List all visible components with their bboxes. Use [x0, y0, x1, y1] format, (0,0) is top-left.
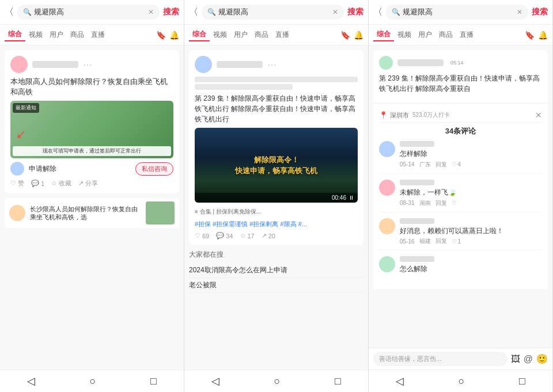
bookmark-icon-3: 🔖 — [525, 31, 535, 40]
content-3: 05:14 第 239 集！解除限高令重获自由！快速申请，畅享高铁飞机出行 解除… — [369, 45, 552, 348]
private-msg-button-1[interactable]: 私信咨询 — [135, 162, 173, 176]
share-button-1-1[interactable]: ↗ 分享 — [78, 179, 98, 188]
tab-video-1[interactable]: 视频 — [25, 29, 46, 41]
tab-user-1[interactable]: 用户 — [46, 29, 67, 41]
comment-like-3-2[interactable]: ♡ — [452, 200, 457, 206]
tab-live-3[interactable]: 直播 — [456, 29, 477, 41]
tab-goods-2[interactable]: 商品 — [251, 29, 272, 41]
tab-user-2[interactable]: 用户 — [230, 29, 251, 41]
card-footer-1-1: ♡ 赞 💬 1 ☆ 收藏 ↗ 分享 — [10, 179, 173, 188]
avatar-1-1 — [10, 56, 28, 73]
sub-card-1[interactable]: 长沙限高人员如何解除限行？恢复自由乘坐飞机和高铁，选 — [5, 198, 179, 228]
collect-button-1-1[interactable]: ☆ 收藏 — [51, 179, 71, 188]
tab-goods-3[interactable]: 商品 — [435, 29, 456, 41]
search-submit-3[interactable]: 搜索 — [532, 7, 548, 17]
location-icon-3: 📍 — [379, 111, 388, 119]
nav-home-2[interactable]: ○ — [274, 375, 281, 387]
search-input-wrap-2[interactable]: 🔍 规避限高 ✕ — [202, 5, 344, 20]
nav-back-2[interactable]: ◁ — [211, 375, 219, 387]
like-button-1-1[interactable]: ♡ 赞 — [10, 179, 24, 188]
nav-square-3[interactable]: □ — [519, 375, 525, 387]
tab-user-3[interactable]: 用户 — [415, 29, 435, 41]
nav-home-3[interactable]: ○ — [459, 375, 465, 387]
comment-name-blur-3-2 — [400, 180, 434, 185]
comment-reply-3-3[interactable]: 回复 — [435, 237, 447, 245]
search-icon-2: 🔍 — [207, 8, 216, 16]
nav-back-1[interactable]: ◁ — [27, 375, 35, 387]
card-long-title-2-1: 第 239 集！解除限高令重获自由！快速申请，畅享高铁飞机出行 解除限高令重获自… — [195, 93, 358, 124]
like-button-2-1[interactable]: ♡ 69 — [195, 232, 209, 239]
comment-like-3-3[interactable]: ♡ 1 — [452, 238, 461, 245]
at-button-3[interactable]: @ — [524, 354, 533, 364]
tab-comprehensive-3[interactable]: 综合 — [373, 28, 394, 41]
search-bar-3: 〈 🔍 规避限高 ✕ 搜索 — [369, 0, 552, 25]
like-count-2-1: 69 — [202, 233, 209, 239]
more-button-2-1[interactable]: ⋯ — [267, 59, 276, 70]
like-icon-comment-3-2: ♡ — [452, 200, 457, 206]
clear-button-3[interactable]: ✕ — [517, 8, 522, 16]
card-header-1-1: ⋯ — [10, 56, 173, 73]
location-text-3: 深圳市 — [390, 111, 409, 120]
nav-back-3[interactable]: ◁ — [396, 375, 404, 387]
like-icon-1-1: ♡ — [10, 180, 16, 187]
tab-goods-1[interactable]: 商品 — [67, 29, 88, 41]
back-button-2[interactable]: 〈 — [189, 6, 198, 18]
search-input-wrap-1[interactable]: 🔍 规避限高 ✕ — [17, 5, 160, 20]
tab-icons-2: 🔖 🔔 — [340, 31, 363, 40]
collect-icon-1-1: ☆ — [51, 180, 57, 187]
search-submit-1[interactable]: 搜索 — [163, 7, 179, 17]
tab-comprehensive-1[interactable]: 综合 — [5, 28, 25, 41]
sub-card-text-1: 长沙限高人员如何解除限行？恢复自由乘坐飞机和高铁，选 — [30, 205, 141, 222]
comment-input-3[interactable]: 善语结善缘，恶言伤... — [373, 352, 507, 366]
like-label-1-1: 赞 — [18, 179, 24, 188]
nav-home-1[interactable]: ○ — [90, 375, 96, 387]
comment-button-1-1[interactable]: 💬 1 — [31, 180, 44, 187]
comment-reply-3-2[interactable]: 回复 — [435, 199, 447, 207]
video-thumbnail-2-1[interactable]: 解除限高令！ 快速申请，畅享高铁飞机 00:46 ⏸ — [195, 128, 358, 203]
notification-icon-3: 🔔 — [538, 31, 548, 40]
more-button-1-1[interactable]: ⋯ — [83, 59, 92, 70]
back-button-3[interactable]: 〈 — [373, 6, 382, 18]
comment-count-1-1: 1 — [41, 180, 44, 187]
comment-item-3-2: 未解除，一样飞🍃 08-31 湖南 回复 ♡ — [379, 180, 542, 212]
tab-bar-2: 综合 视频 用户 商品 直播 🔖 🔔 — [184, 25, 368, 45]
tab-video-3[interactable]: 视频 — [394, 29, 415, 41]
search-input-wrap-3[interactable]: 🔍 规避限高 ✕ — [386, 5, 528, 20]
bookmark-icon-2: 🔖 — [340, 31, 350, 40]
comment-text-3-2: 未解除，一样飞🍃 — [400, 188, 542, 197]
emoji-button-3[interactable]: 🙂 — [536, 353, 548, 364]
back-button-1[interactable]: 〈 — [5, 6, 14, 18]
nav-square-1[interactable]: □ — [150, 375, 157, 387]
clear-button-2[interactable]: ✕ — [332, 8, 338, 16]
content-1: ⋯ 本地限高人员如何解除限行？恢复自由乘坐飞机和高铁 最新通知 ↙ 现在可填写申… — [0, 45, 184, 370]
close-button-3[interactable]: ✕ — [535, 111, 542, 120]
tab-comprehensive-2[interactable]: 综合 — [189, 28, 210, 41]
card-1-1: ⋯ 本地限高人员如何解除限行？恢复自由乘坐飞机和高铁 最新通知 ↙ 现在可填写申… — [5, 50, 179, 193]
like-icon-comment-3-3: ♡ — [452, 238, 457, 245]
comment-button-2-1[interactable]: 💬 34 — [216, 232, 233, 239]
share-button-2-1[interactable]: ↗ 20 — [262, 232, 275, 239]
collect-button-2-1[interactable]: ☆ 17 — [240, 232, 255, 239]
clear-button-1[interactable]: ✕ — [148, 8, 154, 16]
comments-panel-3: 📍 深圳市 523.0万人打卡 ✕ 34条评论 怎样解除 05-14 广东 回复 — [373, 103, 548, 289]
nav-square-2[interactable]: □ — [335, 375, 341, 387]
sub-card-thumb-1 — [146, 201, 175, 224]
tab-live-1[interactable]: 直播 — [88, 29, 108, 41]
tab-video-2[interactable]: 视频 — [210, 29, 230, 41]
popular-item-2-1[interactable]: 2024取消限高令怎么在网上申请 — [189, 263, 363, 278]
pause-icon-2-1[interactable]: ⏸ — [349, 195, 354, 201]
search-submit-2[interactable]: 搜索 — [347, 7, 363, 17]
card-image-inner-1-1: 最新通知 ↙ 现在可填写申请表，通过签后即可正常出行 — [10, 101, 173, 158]
share-count-2-1: 20 — [268, 233, 275, 239]
popular-item-2-2[interactable]: 老公被限 — [189, 278, 363, 293]
card-3-header: 05:14 第 239 集！解除限高令重获自由！快速申请，畅享高铁飞机出行 解除… — [373, 50, 548, 103]
bottom-nav-3: ◁ ○ □ — [369, 370, 552, 392]
image-button-3[interactable]: 🖼 — [511, 354, 520, 364]
comment-like-3-1[interactable]: ♡ 4 — [452, 161, 461, 168]
comment-icon-2-1: 💬 — [216, 232, 224, 239]
avatar-sub-card-1 — [9, 205, 25, 221]
tab-live-2[interactable]: 直播 — [272, 29, 293, 41]
share-icon-2-1: ↗ — [262, 232, 267, 239]
search-icon-1: 🔍 — [23, 8, 32, 16]
comment-reply-3-1[interactable]: 回复 — [435, 161, 447, 169]
